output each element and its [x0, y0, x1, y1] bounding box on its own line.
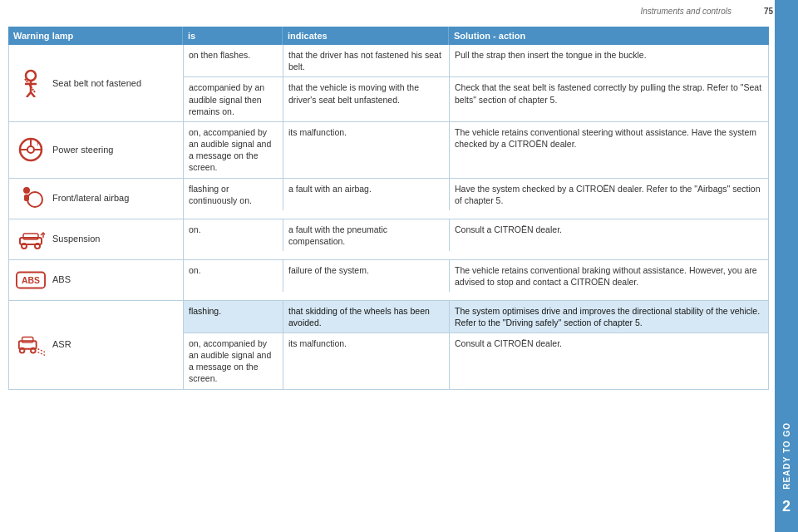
is-cell: flashing.: [184, 301, 283, 332]
sidebar-chapter-number: 2: [782, 498, 791, 515]
sub-row: on. a fault with the pneumatic compensat…: [184, 219, 768, 251]
sub-row: on then flashes. that the driver has not…: [184, 45, 768, 77]
table-row: Front/lateral airbag flashing or continu…: [9, 179, 768, 219]
sidebar-section-label: READY TO GO: [782, 422, 791, 490]
warning-lamp-cell-abs: ABS ABS: [9, 260, 184, 300]
top-bar: Instruments and controls 75: [0, 0, 798, 27]
is-cell: on.: [184, 219, 283, 251]
asr-label: ASR: [52, 338, 71, 350]
svg-text:!: !: [37, 140, 39, 147]
indicates-cell: that the driver has not fastened his sea…: [283, 45, 450, 76]
solution-cell: The vehicle retains conventional braking…: [450, 260, 768, 292]
sub-row: on. failure of the system. The vehicle r…: [184, 260, 768, 292]
warning-lamp-cell-airbag: Front/lateral airbag: [9, 179, 184, 219]
svg-point-12: [23, 187, 30, 194]
is-cell: on then flashes.: [184, 45, 283, 76]
right-sidebar: READY TO GO 2: [775, 0, 798, 532]
airbag-icon: [16, 184, 46, 214]
col-header-warning-lamp: Warning lamp: [8, 27, 183, 45]
warning-lamp-cell-steering: ! Power steering: [9, 122, 184, 178]
indicates-cell: failure of the system.: [283, 260, 450, 292]
svg-line-26: [38, 348, 46, 352]
table-row: ABS ABS on. failure of the system. The v…: [9, 260, 768, 301]
page-number: 75: [764, 7, 773, 16]
suspension-label: Suspension: [52, 233, 101, 244]
is-cell: on, accompanied by an audible signal and…: [184, 122, 283, 178]
table-row: ! Power steering on, accompanied by an a…: [9, 122, 768, 179]
indicates-cell: its malfunction.: [283, 122, 450, 178]
main-content: Warning lamp is indicates Solution - act…: [8, 27, 769, 524]
abs-icon: ABS: [16, 265, 46, 295]
steering-icon: !: [16, 135, 46, 165]
warning-lamp-cell-seatbelt: Seat belt not fastened: [9, 45, 184, 121]
solution-cell: Check that the seat belt is fastened cor…: [450, 77, 768, 121]
svg-text:ABS: ABS: [22, 275, 40, 284]
seatbelt-label: Seat belt not fastened: [52, 77, 141, 89]
table-row: ASR flashing. that skidding of the wheel…: [9, 301, 768, 389]
asr-icon: [16, 330, 46, 360]
suspension-sub-rows: on. a fault with the pneumatic compensat…: [184, 219, 768, 259]
seatbelt-icon: [16, 68, 46, 98]
sub-row: on, accompanied by an audible signal and…: [184, 333, 768, 389]
svg-point-14: [27, 192, 42, 207]
indicates-cell: a fault with the pneumatic compensation.: [283, 219, 450, 251]
solution-cell: The vehicle retains conventional steerin…: [450, 122, 768, 178]
svg-line-27: [38, 352, 46, 355]
svg-point-24: [20, 347, 25, 352]
is-cell: on, accompanied by an audible signal and…: [184, 333, 283, 389]
col-header-solution: Solution - action: [449, 27, 769, 45]
table-row: Seat belt not fastened on then flashes. …: [9, 45, 768, 122]
is-cell: flashing or continuously on.: [184, 179, 283, 210]
asr-sub-rows: flashing. that skidding of the wheels ha…: [184, 301, 768, 389]
is-cell: accompanied by an audible signal then re…: [184, 77, 283, 121]
suspension-icon: [16, 224, 46, 254]
airbag-sub-rows: flashing or continuously on. a fault wit…: [184, 179, 768, 219]
abs-label: ABS: [52, 273, 71, 285]
sub-row: flashing. that skidding of the wheels ha…: [184, 301, 768, 333]
solution-cell: Consult a CITROËN dealer.: [450, 219, 768, 251]
table-header: Warning lamp is indicates Solution - act…: [8, 27, 769, 45]
sub-row: flashing or continuously on. a fault wit…: [184, 179, 768, 210]
table-row: Suspension on. a fault with the pneumati…: [9, 219, 768, 260]
indicates-cell: a fault with an airbag.: [283, 179, 450, 210]
solution-cell: Consult a CITROËN dealer.: [450, 333, 768, 389]
svg-point-25: [31, 347, 36, 352]
page-section-title: Instruments and controls: [641, 7, 732, 16]
indicates-cell: that skidding of the wheels has been avo…: [283, 301, 450, 332]
abs-sub-rows: on. failure of the system. The vehicle r…: [184, 260, 768, 300]
seatbelt-sub-rows: on then flashes. that the driver has not…: [184, 45, 768, 121]
airbag-label: Front/lateral airbag: [52, 192, 129, 204]
table-body: Seat belt not fastened on then flashes. …: [8, 45, 769, 390]
svg-point-17: [22, 244, 27, 249]
warning-lamp-cell-asr: ASR: [9, 301, 184, 389]
warning-lamp-cell-suspension: Suspension: [9, 219, 184, 259]
sub-row: on, accompanied by an audible signal and…: [184, 122, 768, 178]
solution-cell: Pull the strap then insert the tongue in…: [450, 45, 768, 76]
svg-point-7: [27, 146, 34, 153]
solution-cell: The system optimises drive and improves …: [450, 301, 768, 332]
svg-point-18: [35, 244, 40, 249]
indicates-cell: its malfunction.: [283, 333, 450, 389]
is-cell: on.: [184, 260, 283, 292]
steering-label: Power steering: [52, 144, 113, 155]
sub-row: accompanied by an audible signal then re…: [184, 77, 768, 121]
solution-cell: Have the system checked by a CITROËN dea…: [450, 179, 768, 210]
col-header-is: is: [183, 27, 283, 45]
svg-line-4: [31, 92, 35, 97]
indicates-cell: that the vehicle is moving with the driv…: [283, 77, 450, 121]
svg-point-0: [26, 71, 36, 81]
steering-sub-rows: on, accompanied by an audible signal and…: [184, 122, 768, 178]
col-header-indicates: indicates: [283, 27, 449, 45]
